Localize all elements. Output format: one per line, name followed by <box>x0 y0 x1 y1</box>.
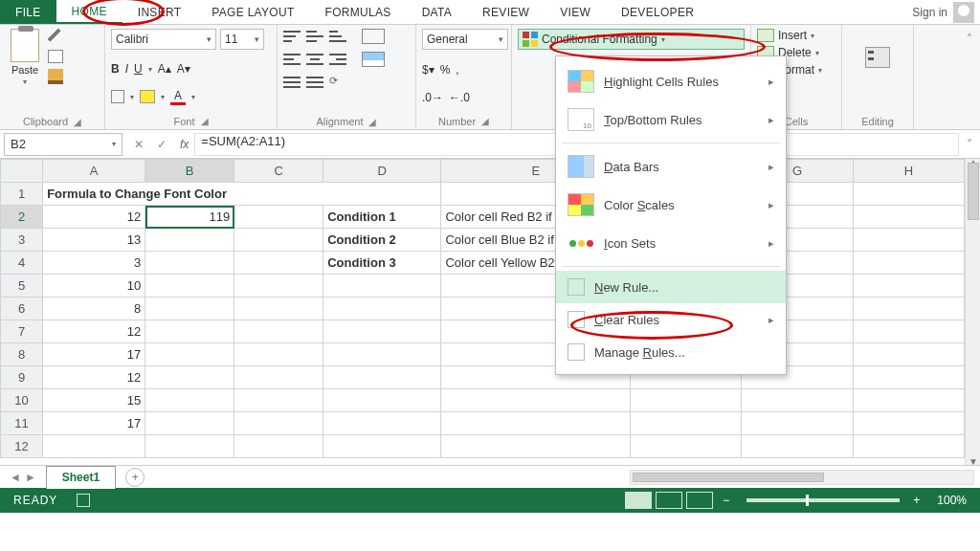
conditional-formatting-button[interactable]: Conditional Formatting ▾ <box>518 29 745 50</box>
number-format-select[interactable]: General▾ <box>422 29 508 50</box>
collapse-ribbon-icon[interactable]: ˄ <box>959 25 980 129</box>
tab-nav-prev-icon[interactable]: ◄ <box>10 471 21 484</box>
tab-review[interactable]: REVIEW <box>467 0 545 24</box>
cell[interactable] <box>853 229 964 252</box>
cell-A3[interactable]: 13 <box>43 229 145 252</box>
tab-file[interactable]: FILE <box>0 0 56 24</box>
tab-page-layout[interactable]: PAGE LAYOUT <box>196 0 309 24</box>
align-bottom-icon[interactable] <box>329 29 346 44</box>
cancel-formula-icon[interactable]: ✕ <box>134 138 144 151</box>
font-name-select[interactable]: Calibri▾ <box>111 29 216 50</box>
cf-clear-rules[interactable]: Clear Rules <box>556 303 786 336</box>
underline-button[interactable]: U <box>134 62 143 76</box>
font-color-button[interactable]: A <box>170 89 186 105</box>
dialog-launcher-icon[interactable]: ◢ <box>201 116 209 126</box>
format-painter-icon[interactable] <box>48 69 63 84</box>
cf-color-scales[interactable]: Color Scales <box>556 186 786 224</box>
zoom-level[interactable]: 100% <box>924 494 980 507</box>
vertical-scrollbar[interactable]: ▲ ▼ <box>965 159 980 465</box>
cell[interactable] <box>234 206 323 229</box>
row-header[interactable]: 11 <box>1 412 43 435</box>
cell-D3[interactable]: Condition 2 <box>323 229 441 252</box>
view-page-break-button[interactable] <box>686 492 713 509</box>
insert-cells-button[interactable]: Insert▾ <box>757 29 835 42</box>
row-header[interactable]: 9 <box>1 366 43 389</box>
cell-A9[interactable]: 12 <box>43 366 145 389</box>
fill-color-button[interactable] <box>140 90 155 103</box>
bold-button[interactable]: B <box>111 62 120 76</box>
orientation-icon[interactable]: ⟳ <box>329 75 348 94</box>
merge-center-button[interactable] <box>362 52 385 67</box>
col-header-D[interactable]: D <box>323 160 441 183</box>
cell-A6[interactable]: 8 <box>43 298 145 320</box>
cell[interactable] <box>853 252 964 275</box>
scroll-thumb[interactable] <box>968 163 979 220</box>
percent-icon[interactable]: % <box>440 63 451 77</box>
row-header[interactable]: 2 <box>1 206 43 229</box>
row-header[interactable]: 7 <box>1 320 43 343</box>
dialog-launcher-icon[interactable]: ◢ <box>368 117 376 127</box>
copy-icon[interactable] <box>48 50 63 63</box>
align-right-icon[interactable] <box>329 52 346 67</box>
expand-formula-bar-icon[interactable]: ˅ <box>959 138 980 151</box>
row-header[interactable]: 8 <box>1 343 43 366</box>
tab-insert[interactable]: INSERT <box>122 0 197 24</box>
tab-home[interactable]: HOME <box>56 0 122 24</box>
align-top-icon[interactable] <box>283 29 301 44</box>
sign-in[interactable]: Sign in <box>906 0 980 24</box>
dialog-launcher-icon[interactable]: ◢ <box>74 117 81 127</box>
decrease-decimal-icon[interactable]: ←.0 <box>449 91 470 104</box>
decrease-indent-icon[interactable] <box>283 75 301 90</box>
cf-manage-rules[interactable]: Manage Rules... <box>556 336 786 368</box>
row-header[interactable]: 5 <box>1 275 43 298</box>
cut-icon[interactable] <box>45 26 67 48</box>
cell[interactable] <box>145 252 234 275</box>
row-header[interactable]: 12 <box>1 435 43 458</box>
cell[interactable] <box>234 252 323 275</box>
cell[interactable] <box>853 206 964 229</box>
view-normal-button[interactable] <box>625 492 652 509</box>
col-header-H[interactable]: H <box>853 160 964 183</box>
font-size-select[interactable]: 11▾ <box>220 29 264 50</box>
cell-A7[interactable]: 12 <box>43 320 145 343</box>
cell-A1[interactable]: Formula to Change Font Color <box>43 183 441 206</box>
cell[interactable] <box>853 183 964 206</box>
row-header[interactable]: 10 <box>1 389 43 412</box>
align-middle-icon[interactable] <box>306 29 323 44</box>
cf-data-bars[interactable]: Data Bars <box>556 147 786 186</box>
italic-button[interactable]: I <box>125 62 128 76</box>
decrease-font-icon[interactable]: A▾ <box>177 62 190 76</box>
scroll-thumb[interactable] <box>633 473 824 482</box>
tab-nav-next-icon[interactable]: ► <box>25 471 36 484</box>
zoom-out-button[interactable]: − <box>715 494 737 507</box>
col-header-A[interactable]: A <box>43 160 145 183</box>
increase-font-icon[interactable]: A▴ <box>158 62 171 76</box>
worksheet-grid[interactable]: A B C D E F G H 1 Formula to Change Font… <box>0 159 980 465</box>
cell-D4[interactable]: Condition 3 <box>323 252 441 275</box>
row-header[interactable]: 3 <box>1 229 43 252</box>
row-header[interactable]: 1 <box>1 183 43 206</box>
view-page-layout-button[interactable] <box>656 492 682 509</box>
cf-icon-sets[interactable]: Icon Sets <box>556 224 786 262</box>
col-header-C[interactable]: C <box>234 160 323 183</box>
cell-A8[interactable]: 17 <box>43 343 145 366</box>
cell-B2[interactable]: 119 <box>145 206 234 229</box>
tab-developer[interactable]: DEVELOPER <box>606 0 709 24</box>
macro-record-icon[interactable] <box>77 494 90 507</box>
enter-formula-icon[interactable]: ✓ <box>157 138 167 151</box>
cell-A5[interactable]: 10 <box>43 275 145 298</box>
align-left-icon[interactable] <box>283 52 301 67</box>
comma-icon[interactable]: , <box>456 63 458 77</box>
cell[interactable] <box>145 229 234 252</box>
align-center-icon[interactable] <box>306 52 323 67</box>
col-header-B[interactable]: B <box>145 160 234 183</box>
fx-icon[interactable]: fx <box>174 138 194 151</box>
cell[interactable] <box>234 229 323 252</box>
cell-A2[interactable]: 12 <box>43 206 145 229</box>
increase-indent-icon[interactable] <box>306 75 323 90</box>
cell-D2[interactable]: Condition 1 <box>323 206 441 229</box>
wrap-text-button[interactable] <box>362 29 385 44</box>
new-sheet-button[interactable]: + <box>125 468 145 487</box>
sheet-tab-sheet1[interactable]: Sheet1 <box>46 466 116 489</box>
cell-A4[interactable]: 3 <box>43 252 145 275</box>
